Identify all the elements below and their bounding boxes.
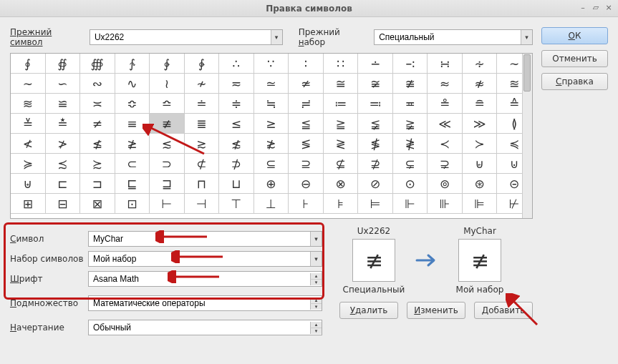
symbol-cell[interactable]: ⊪: [428, 194, 463, 214]
spin-down-icon[interactable]: ▾: [310, 304, 322, 310]
symbol-cell[interactable]: ⊦: [289, 194, 324, 214]
symbol-cell[interactable]: ⊘: [358, 174, 393, 194]
symbol-cell[interactable]: ≸: [358, 134, 393, 154]
symbol-cell[interactable]: ∳: [185, 54, 220, 74]
symbol-cell[interactable]: ∲: [150, 54, 185, 74]
symbol-cell[interactable]: ≍: [80, 94, 115, 114]
symbol-cell[interactable]: ≘: [463, 94, 498, 114]
symbol-cell[interactable]: ⊃: [150, 154, 185, 174]
add-button[interactable]: Добавить: [474, 302, 533, 319]
symbol-cell[interactable]: ∱: [115, 54, 150, 74]
symbol-cell[interactable]: ⊟: [46, 194, 81, 214]
help-button[interactable]: Справка: [541, 73, 608, 90]
symbol-cell[interactable]: ⊠: [80, 194, 115, 214]
symbol-cell[interactable]: ≄: [289, 74, 324, 94]
font-combo[interactable]: ▴▾: [88, 271, 322, 287]
symbol-cell[interactable]: ≛: [46, 114, 81, 134]
subset-input[interactable]: [89, 298, 310, 308]
ok-button[interactable]: ОК: [541, 27, 608, 44]
symbol-cell[interactable]: ⊋: [428, 154, 463, 174]
symbol-cell[interactable]: ⊉: [358, 154, 393, 174]
symbol-cell[interactable]: ≆: [358, 74, 393, 94]
symbol-cell[interactable]: ⊖: [289, 174, 324, 194]
symbol-cell[interactable]: ∰: [80, 54, 115, 74]
scrollbar[interactable]: [522, 54, 532, 218]
symbol-cell[interactable]: ⊤: [219, 194, 254, 214]
symbol-cell[interactable]: ≈: [428, 74, 463, 94]
symbol-cell[interactable]: ≽: [11, 154, 46, 174]
symbol-cell[interactable]: ≁: [185, 74, 220, 94]
symbol-cell[interactable]: ≺: [428, 134, 463, 154]
symbol-cell[interactable]: ⊔: [219, 174, 254, 194]
symbol-set-input[interactable]: [89, 254, 310, 264]
symbol-cell[interactable]: ⊎: [11, 174, 46, 194]
symbol-cell[interactable]: ≷: [324, 134, 359, 154]
symbol-cell[interactable]: ≎: [115, 94, 150, 114]
chevron-down-icon[interactable]: ▾: [521, 30, 532, 44]
symbol-cell[interactable]: ∾: [80, 74, 115, 94]
symbol-cell[interactable]: ≹: [393, 134, 428, 154]
symbol-cell[interactable]: ≋: [11, 94, 46, 114]
symbol-cell[interactable]: ∽: [46, 74, 81, 94]
style-input[interactable]: [89, 323, 310, 333]
symbol-cell[interactable]: ∹: [393, 54, 428, 74]
symbol-cell[interactable]: ≏: [150, 94, 185, 114]
symbol-cell[interactable]: ≳: [185, 134, 220, 154]
delete-button[interactable]: Удалить: [339, 302, 398, 319]
symbol-cell[interactable]: ≮: [11, 134, 46, 154]
symbol-cell[interactable]: ≀: [150, 74, 185, 94]
symbol-cell[interactable]: ≩: [393, 114, 428, 134]
symbol-cell[interactable]: ⊇: [289, 154, 324, 174]
symbol-cell[interactable]: ≇: [393, 74, 428, 94]
close-icon[interactable]: ×: [604, 2, 614, 12]
prev-set-input[interactable]: [375, 32, 521, 42]
prev-symbol-combo[interactable]: ▾: [90, 29, 283, 45]
symbol-cell[interactable]: ≻: [463, 134, 498, 154]
symbol-cell[interactable]: ⊧: [324, 194, 359, 214]
symbol-cell[interactable]: ∮: [11, 54, 46, 74]
symbol-cell[interactable]: ≔: [324, 94, 359, 114]
spin-down-icon[interactable]: ▾: [310, 328, 322, 334]
symbol-cell[interactable]: ≖: [393, 94, 428, 114]
symbol-set-combo[interactable]: ▾: [88, 251, 322, 267]
spin-up-icon[interactable]: ▴: [310, 297, 322, 304]
symbol-cell[interactable]: ⊈: [324, 154, 359, 174]
symbol-cell[interactable]: ≥: [254, 114, 289, 134]
symbol-cell[interactable]: ∸: [358, 54, 393, 74]
symbol-cell[interactable]: ≦: [289, 114, 324, 134]
symbol-cell[interactable]: ⊆: [254, 154, 289, 174]
symbol-cell[interactable]: ⊒: [150, 174, 185, 194]
symbol-cell[interactable]: ⊢: [150, 194, 185, 214]
prev-set-combo[interactable]: ▾: [374, 29, 533, 45]
spin-up-icon[interactable]: ▴: [310, 322, 322, 328]
style-combo[interactable]: ▴▾: [88, 320, 322, 335]
chevron-down-icon[interactable]: ▾: [271, 30, 282, 44]
symbol-cell[interactable]: ≾: [46, 154, 81, 174]
symbol-cell[interactable]: ∷: [324, 54, 359, 74]
symbol-cell[interactable]: ≱: [115, 134, 150, 154]
symbol-cell[interactable]: ≫: [463, 114, 498, 134]
symbol-cell[interactable]: ⊛: [463, 174, 498, 194]
symbol-cell[interactable]: ∶: [289, 54, 324, 74]
symbol-cell[interactable]: ⊗: [324, 174, 359, 194]
symbol-cell[interactable]: ≉: [463, 74, 498, 94]
symbol-cell[interactable]: ≶: [289, 134, 324, 154]
symbol-cell[interactable]: ∯: [46, 54, 81, 74]
symbol-cell[interactable]: ≅: [324, 74, 359, 94]
symbol-cell[interactable]: ≓: [289, 94, 324, 114]
symbol-combo[interactable]: ▾: [88, 231, 322, 247]
symbol-cell[interactable]: ≒: [254, 94, 289, 114]
symbol-cell[interactable]: ≨: [358, 114, 393, 134]
maximize-icon[interactable]: ▱: [591, 2, 601, 12]
symbol-cell[interactable]: ∺: [428, 54, 463, 74]
symbol-cell[interactable]: ≪: [428, 114, 463, 134]
symbol-cell[interactable]: ⊐: [80, 174, 115, 194]
chevron-down-icon[interactable]: ▾: [310, 232, 322, 246]
symbol-cell[interactable]: ≿: [80, 154, 115, 174]
symbol-cell[interactable]: ∴: [219, 54, 254, 74]
symbol-cell[interactable]: ⊥: [254, 194, 289, 214]
scrollbar-thumb[interactable]: [523, 54, 531, 92]
symbol-cell[interactable]: ∻: [463, 54, 498, 74]
symbol-cell[interactable]: ⊄: [185, 154, 220, 174]
symbol-cell[interactable]: ⊂: [115, 154, 150, 174]
